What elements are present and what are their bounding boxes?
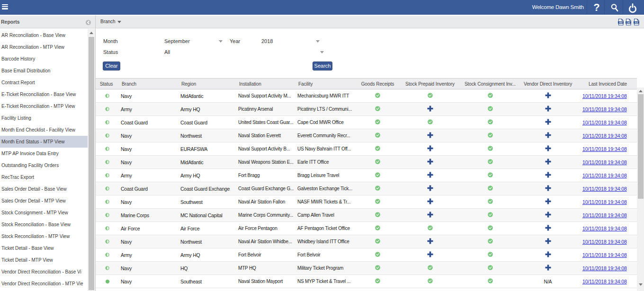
- svg-text:CSV: CSV: [626, 22, 630, 24]
- svg-text:PDF: PDF: [619, 22, 623, 24]
- svg-text:XLS: XLS: [635, 22, 639, 24]
- svg-text:?: ?: [593, 1, 599, 13]
